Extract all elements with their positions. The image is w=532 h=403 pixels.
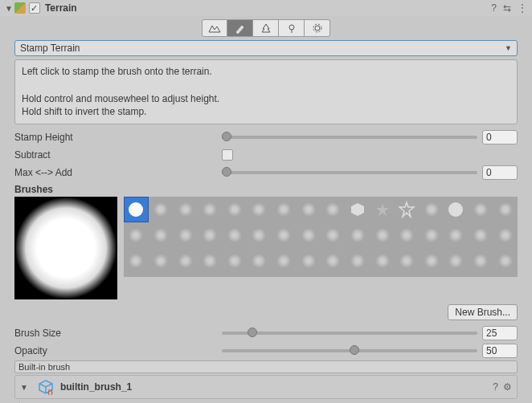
opacity-field[interactable]: 50: [482, 344, 518, 358]
stamp-height-slider[interactable]: [222, 136, 477, 139]
tool-paint-details[interactable]: [279, 19, 305, 37]
svg-marker-4: [351, 203, 364, 216]
brush-thumb[interactable]: [346, 222, 370, 248]
brush-thumb-selected[interactable]: [124, 197, 149, 222]
prefab-icon: {}: [38, 379, 54, 395]
brush-thumb[interactable]: [419, 197, 444, 222]
brush-thumb[interactable]: [395, 222, 419, 248]
brush-thumb[interactable]: [198, 248, 223, 274]
brush-thumb[interactable]: [321, 197, 346, 222]
brush-thumb[interactable]: [296, 248, 321, 274]
brush-thumb[interactable]: [444, 248, 469, 274]
help-box: Left click to stamp the brush onto the t…: [14, 59, 518, 124]
brush-thumb[interactable]: [419, 222, 444, 248]
brush-grid[interactable]: [124, 197, 518, 277]
brush-thumb[interactable]: [493, 197, 518, 222]
brush-thumb[interactable]: [469, 197, 493, 222]
new-brush-button[interactable]: New Brush...: [448, 304, 518, 320]
star-outline-icon: [398, 201, 415, 218]
tool-settings[interactable]: [305, 19, 330, 37]
brush-thumb[interactable]: [296, 222, 321, 248]
enable-checkbox[interactable]: ✓: [29, 2, 40, 14]
brush-thumb[interactable]: [370, 222, 395, 248]
help-icon[interactable]: ?: [491, 2, 497, 14]
brush-thumb[interactable]: [247, 248, 272, 274]
component-title: Terrain: [45, 2, 77, 14]
brush-thumb[interactable]: [124, 248, 149, 274]
svg-point-2: [315, 26, 320, 31]
brush-thumb[interactable]: [223, 248, 248, 274]
slider-thumb[interactable]: [222, 132, 231, 141]
brush-thumb[interactable]: [272, 248, 297, 274]
brush-thumb[interactable]: [493, 248, 518, 274]
brush-thumb[interactable]: [370, 197, 395, 222]
brush-thumb[interactable]: [395, 248, 419, 274]
hexagon-icon: [350, 202, 366, 218]
component-header: ▼ ✓ Terrain ? ⇆ ⋮: [0, 0, 532, 16]
brush-size-slider[interactable]: [222, 332, 477, 335]
slider-thumb[interactable]: [350, 345, 359, 355]
subtract-checkbox[interactable]: [222, 149, 233, 161]
tool-paint-trees[interactable]: [253, 19, 279, 37]
builtin-heading: Built-in brush: [14, 360, 518, 373]
brush-size-field[interactable]: 25: [482, 326, 518, 340]
help-line: Hold control and mousewheel to adjust he…: [22, 92, 510, 106]
terrain-icon: [14, 2, 26, 14]
brush-thumb[interactable]: [321, 248, 346, 274]
chevron-down-icon: ▼: [505, 44, 512, 52]
brush-thumb[interactable]: [223, 222, 248, 248]
brush-thumb[interactable]: [346, 248, 370, 274]
brush-thumb[interactable]: [469, 248, 493, 274]
brush-thumb[interactable]: [149, 248, 174, 274]
svg-point-0: [289, 25, 294, 30]
svg-marker-5: [376, 203, 389, 216]
brush-thumb[interactable]: [370, 248, 395, 274]
brush-icon: [234, 22, 247, 34]
foldout-icon[interactable]: ▼: [5, 4, 13, 13]
tool-paint-terrain[interactable]: [227, 19, 253, 37]
brush-thumb[interactable]: [444, 197, 469, 222]
brush-thumb[interactable]: [173, 248, 198, 274]
help-line: Hold shift to invert the stamp.: [22, 105, 510, 119]
gear-icon[interactable]: ⚙: [503, 381, 512, 393]
brush-thumb[interactable]: [173, 197, 198, 222]
help-icon[interactable]: ?: [493, 381, 498, 393]
brush-thumb[interactable]: [296, 197, 321, 222]
max-add-slider[interactable]: [222, 171, 477, 174]
brush-thumb[interactable]: [469, 222, 493, 248]
brush-thumb[interactable]: [272, 222, 297, 248]
foldout-icon[interactable]: ▼: [20, 383, 28, 392]
terrain-toolbar: [0, 16, 532, 40]
max-add-label: Max <--> Add: [14, 167, 222, 178]
brush-thumb[interactable]: [272, 197, 297, 222]
brush-thumb[interactable]: [346, 197, 370, 222]
brush-thumb[interactable]: [321, 222, 346, 248]
brush-thumb[interactable]: [247, 222, 272, 248]
brush-thumb[interactable]: [198, 197, 223, 222]
slider-thumb[interactable]: [222, 167, 231, 177]
menu-icon[interactable]: ⋮: [518, 2, 527, 14]
brush-thumb[interactable]: [149, 222, 174, 248]
svg-text:{}: {}: [47, 389, 54, 395]
brush-thumb[interactable]: [444, 222, 469, 248]
stamp-height-field[interactable]: 0: [482, 130, 518, 145]
preset-icon[interactable]: ⇆: [503, 2, 511, 14]
brush-thumb[interactable]: [493, 222, 518, 248]
brush-thumb[interactable]: [419, 248, 444, 274]
brush-thumb[interactable]: [149, 197, 174, 222]
slider-thumb[interactable]: [248, 328, 257, 337]
opacity-slider[interactable]: [222, 349, 477, 352]
star-icon: [374, 202, 391, 218]
brush-size-label: Brush Size: [14, 328, 222, 339]
brush-thumb[interactable]: [223, 197, 248, 222]
max-add-field[interactable]: 0: [482, 165, 518, 180]
brush-preview: [14, 197, 117, 299]
help-line: Left click to stamp the brush onto the t…: [22, 65, 510, 79]
brush-thumb[interactable]: [173, 222, 198, 248]
brush-thumb[interactable]: [198, 222, 223, 248]
mode-dropdown[interactable]: Stamp Terrain ▼: [14, 40, 518, 56]
brush-thumb[interactable]: [395, 197, 419, 222]
brush-thumb[interactable]: [124, 222, 149, 248]
tool-create-neighbor[interactable]: [202, 19, 227, 37]
brush-thumb[interactable]: [247, 197, 272, 222]
